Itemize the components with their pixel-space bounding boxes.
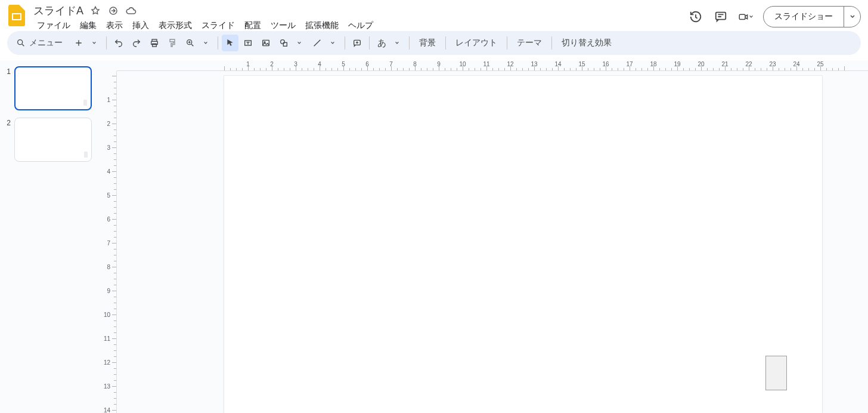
ruler-v-label: 11: [104, 335, 110, 342]
ruler-v-label: 5: [107, 192, 110, 199]
background-button[interactable]: 背景: [413, 35, 442, 51]
paint-format-button[interactable]: [164, 35, 181, 51]
shape-tool[interactable]: [275, 35, 292, 51]
zoom-dropdown[interactable]: [197, 35, 214, 51]
ruler-h-label: 18: [650, 61, 656, 67]
ruler-h-label: 12: [507, 61, 513, 67]
move-folder-icon[interactable]: [107, 5, 119, 17]
new-slide-button[interactable]: [70, 35, 87, 51]
svg-rect-3: [716, 13, 726, 20]
ruler-h-label: 5: [342, 61, 345, 67]
ruler-h-label: 8: [413, 61, 417, 67]
line-dropdown[interactable]: [324, 35, 341, 51]
theme-button[interactable]: テーマ: [511, 35, 548, 51]
print-button[interactable]: [146, 35, 163, 51]
menu-search[interactable]: メニュー: [12, 35, 69, 51]
canvas-area: 1234567891011121314151617181920212223242…: [101, 60, 868, 413]
ruler-h-label: 3: [294, 61, 297, 67]
input-tools-button[interactable]: あ: [373, 35, 390, 51]
input-tools-dropdown[interactable]: [389, 35, 405, 51]
ruler-h-label: 15: [578, 61, 585, 67]
undo-button[interactable]: [110, 35, 127, 51]
image-tool[interactable]: [258, 35, 274, 51]
line-tool[interactable]: [309, 35, 326, 51]
select-tool[interactable]: [222, 35, 238, 51]
slide-thumbnail-2[interactable]: [14, 118, 92, 162]
ruler-h-label: 22: [745, 61, 752, 67]
slide-filmstrip[interactable]: 1 2: [0, 60, 101, 413]
ruler-v-label: 3: [107, 144, 110, 151]
ruler-v-label: 4: [107, 168, 110, 175]
menu-insert[interactable]: 挿入: [128, 19, 154, 32]
layout-button[interactable]: レイアウト: [450, 35, 503, 51]
ruler-h-label: 16: [602, 61, 609, 67]
thumb-object-marker: [83, 100, 87, 106]
slideshow-button[interactable]: スライドショー: [764, 7, 844, 27]
ruler-h-label: 11: [483, 61, 489, 67]
menu-search-label: メニュー: [29, 38, 63, 48]
workspace: 1 2 123456789101112131415161718192021222…: [0, 60, 868, 413]
svg-point-13: [281, 40, 285, 44]
transition-button[interactable]: 切り替え効果: [556, 35, 618, 51]
redo-button[interactable]: [128, 35, 145, 51]
slides-logo[interactable]: [6, 5, 27, 26]
ruler-v-label: 14: [104, 407, 110, 414]
menu-view[interactable]: 表示: [101, 19, 128, 32]
ruler-h-label: 2: [270, 61, 274, 67]
ruler-h-label: 9: [437, 61, 441, 67]
menu-file[interactable]: ファイル: [32, 19, 75, 32]
ruler-v-label: 2: [107, 121, 110, 127]
svg-rect-1: [13, 14, 20, 19]
slide-canvas[interactable]: [224, 76, 822, 413]
horizontal-ruler[interactable]: 1234567891011121314151617181920212223242…: [117, 60, 868, 71]
vertical-ruler[interactable]: 1234567891011121314: [101, 71, 117, 413]
slide-shape-rectangle[interactable]: [765, 356, 787, 390]
ruler-h-label: 13: [531, 61, 537, 67]
titlebar: スライドA ファイル 編集 表示 挿入 表示形式 スライド 配置 ツール 拡張機…: [0, 0, 868, 29]
svg-rect-11: [263, 40, 269, 45]
cloud-status-icon[interactable]: [125, 5, 137, 17]
thumb-row-1: 1: [0, 66, 98, 110]
toolbar: メニュー: [7, 31, 861, 55]
thumb-row-2: 2: [0, 118, 98, 162]
ruler-h-label: 10: [459, 61, 466, 67]
meet-camera-button[interactable]: [738, 9, 754, 24]
ruler-h-label: 19: [674, 61, 680, 67]
thumb-number: 1: [4, 66, 11, 76]
svg-point-5: [18, 40, 23, 45]
menu-tools[interactable]: ツール: [266, 19, 300, 32]
menu-bar: ファイル 編集 表示 挿入 表示形式 スライド 配置 ツール 拡張機能 ヘルプ: [32, 19, 683, 32]
star-icon[interactable]: [89, 5, 101, 17]
textbox-tool[interactable]: [240, 35, 256, 51]
svg-rect-4: [739, 14, 745, 19]
menu-slide[interactable]: スライド: [197, 19, 240, 32]
comments-icon[interactable]: [713, 9, 728, 24]
menu-format[interactable]: 表示形式: [154, 19, 197, 32]
shape-dropdown[interactable]: [291, 35, 308, 51]
menu-extensions[interactable]: 拡張機能: [300, 19, 343, 32]
menu-arrange[interactable]: 配置: [240, 19, 266, 32]
new-slide-dropdown[interactable]: [86, 35, 103, 51]
ruler-v-label: 9: [107, 288, 110, 294]
thumb-number: 2: [4, 118, 11, 127]
menu-edit[interactable]: 編集: [75, 19, 101, 32]
ruler-v-label: 7: [107, 240, 110, 246]
ruler-h-label: 24: [793, 61, 799, 67]
search-icon: [16, 38, 26, 48]
document-title[interactable]: スライドA: [33, 4, 83, 18]
comment-tool[interactable]: [349, 35, 365, 51]
ruler-v-label: 1: [107, 97, 110, 103]
ruler-v-label: 10: [104, 312, 110, 318]
menu-help[interactable]: ヘルプ: [343, 19, 378, 32]
version-history-icon[interactable]: [688, 9, 703, 24]
ruler-h-label: 20: [698, 61, 704, 67]
slideshow-dropdown[interactable]: [844, 7, 860, 27]
ruler-v-label: 13: [104, 383, 110, 390]
zoom-button[interactable]: [182, 35, 199, 51]
ruler-h-label: 1: [246, 61, 250, 67]
slide-thumbnail-1[interactable]: [14, 66, 92, 110]
ruler-h-label: 14: [554, 61, 561, 67]
ruler-h-label: 4: [318, 61, 321, 67]
ruler-h-label: 17: [626, 61, 633, 67]
ruler-h-label: 6: [365, 61, 369, 67]
